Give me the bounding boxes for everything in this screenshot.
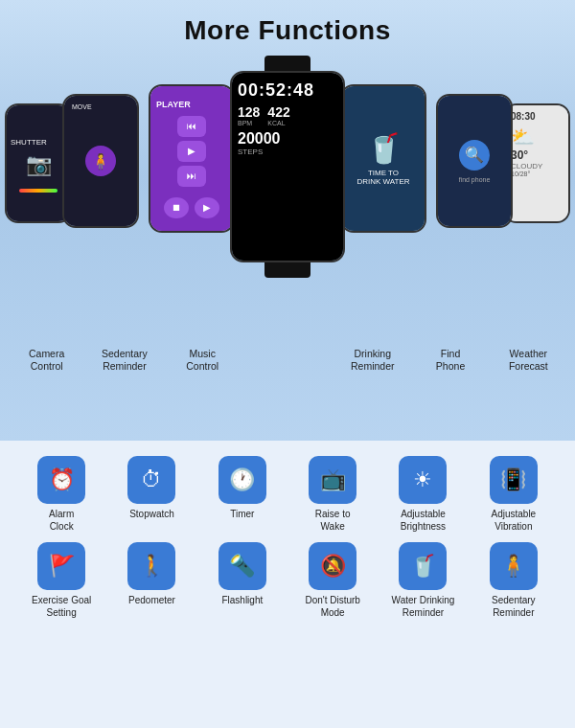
watch-body-main: 00:52:48 128 BPM 422 KCAL 20000 (230, 71, 345, 262)
disturb-label: Don't DisturbMode (305, 594, 360, 619)
watch-drink: 🥤 TIME TODRINK WATER (340, 84, 426, 233)
watch-body-find: 🔍 find phone (436, 94, 513, 228)
camera-bar (19, 189, 58, 193)
feature-raise: 📺 Raise toWake (290, 456, 375, 533)
timer-icon-box: 🕐 (218, 456, 266, 504)
feature-disturb: 🔕 Don't DisturbMode (290, 542, 375, 619)
label-weather: WeatherForecast (502, 348, 555, 374)
sedentary-icon: 🧍 (85, 146, 116, 176)
alarm-icon-box: ⏰ (37, 456, 85, 504)
weather-range: 10/28° (511, 171, 563, 177)
vibration-icon-box: 📳 (490, 456, 538, 504)
steps-unit: STEPS (238, 148, 337, 156)
watch-body-music: PLAYER ⏮ ▶ ⏭ ⏹ ▶ (149, 84, 235, 233)
screen-weather: 08:30 ⛅ 30° CLOUDY 10/28° (505, 105, 568, 221)
feature-flashlight: 🔦 Flashlight (200, 542, 285, 619)
stopwatch-label: Stopwatch (129, 508, 174, 520)
pedometer-icon: 🚶 (139, 554, 165, 579)
feature-alarm: ⏰ AlarmClock (19, 456, 104, 533)
drink-icon: 🥤 (366, 131, 402, 165)
move-label: MOVE (68, 100, 96, 110)
kcal-value: 422 (267, 104, 289, 120)
alarm-label: AlarmClock (49, 508, 74, 533)
feature-water: 🥤 Water DrinkingReminder (380, 542, 465, 619)
screen-sedentary: MOVE 🧍 (64, 96, 137, 226)
strap-bottom (264, 261, 310, 278)
watch-body-weather: 08:30 ⛅ 30° CLOUDY 10/28° (503, 103, 570, 223)
brightness-label: AdjustableBrightness (401, 508, 446, 533)
watch-stats: 128 BPM 422 KCAL (238, 104, 337, 126)
shutter-label: SHUTTER (7, 134, 51, 147)
water-icon-box: 🥤 (399, 542, 447, 590)
sedentary2-icon: 🧍 (500, 554, 526, 579)
water-icon: 🥤 (410, 554, 436, 579)
feature-pedometer: 🚶 Pedometer (109, 542, 194, 619)
vibration-label: AdjustableVibration (491, 508, 536, 533)
flashlight-label: Flashlight (221, 594, 263, 606)
weather-temp: 30° (511, 148, 563, 162)
music-controls: ⏮ ▶ ⏭ (156, 116, 227, 187)
next-btn: ⏭ (177, 166, 206, 187)
alarm-icon: ⏰ (49, 467, 75, 492)
steps-value: 20000 (238, 130, 337, 148)
bpm-unit: BPM (238, 120, 260, 126)
camera-icon: 📷 (26, 152, 52, 177)
bpm-value: 128 (238, 104, 260, 120)
sedentary2-label: SedentaryReminder (492, 594, 536, 619)
feature-exercise: 🚩 Exercise GoalSetting (19, 542, 104, 619)
kcal-unit: KCAL (267, 120, 289, 126)
label-music: MusicControl (176, 348, 229, 374)
stopwatch-icon: ⏱ (141, 467, 162, 492)
watch-time: 00:52:48 (238, 80, 337, 101)
watch-music: PLAYER ⏮ ▶ ⏭ ⏹ ▶ (149, 84, 235, 233)
weather-icon: ⛅ (511, 125, 563, 148)
screen-music: PLAYER ⏮ ▶ ⏭ ⏹ ▶ (150, 86, 233, 231)
raise-label: Raise toWake (315, 508, 351, 533)
feature-stopwatch: ⏱ Stopwatch (109, 456, 194, 533)
exercise-icon-box: 🚩 (37, 542, 85, 590)
kcal-stat: 422 KCAL (267, 104, 289, 126)
brightness-icon-box: ☀ (399, 456, 447, 504)
watch-sedentary: MOVE 🧍 (62, 94, 139, 228)
brightness-icon: ☀ (413, 467, 432, 492)
flashlight-icon-box: 🔦 (218, 542, 266, 590)
vibration-icon: 📳 (500, 467, 526, 492)
page-title: More Functions (184, 15, 390, 46)
flashlight-icon: 🔦 (229, 554, 255, 579)
timer-label: Timer (230, 508, 254, 520)
exercise-icon: 🚩 (49, 554, 75, 579)
sedentary2-icon-box: 🧍 (490, 542, 538, 590)
watches-area: SHUTTER 📷 MOVE 🧍 PLAYER (0, 56, 575, 381)
top-section: More Functions SHUTTER 📷 MOVE 🧍 (0, 0, 575, 441)
exercise-label: Exercise GoalSetting (32, 594, 91, 619)
watch-find: 🔍 find phone (436, 94, 513, 228)
play-btn: ▶ (177, 141, 206, 162)
pedometer-icon-box: 🚶 (127, 542, 175, 590)
screen-find: 🔍 find phone (438, 96, 511, 226)
watch-body-drink: 🥤 TIME TODRINK WATER (340, 84, 426, 233)
pedometer-label: Pedometer (128, 594, 175, 606)
raise-icon-box: 📺 (309, 456, 356, 504)
feature-timer: 🕐 Timer (200, 456, 285, 533)
label-camera: CameraControl (20, 348, 73, 374)
feature-sedentary2: 🧍 SedentaryReminder (472, 542, 556, 619)
timer-icon: 🕐 (229, 467, 255, 492)
disturb-icon-box: 🔕 (309, 542, 356, 590)
bottom-section: ⏰ AlarmClock ⏱ Stopwatch 🕐 Timer 📺 Raise… (0, 441, 575, 728)
weather-time: 08:30 (511, 111, 563, 122)
stop-btn: ⏹ (164, 197, 189, 218)
screen-drink: 🥤 TIME TODRINK WATER (342, 86, 425, 231)
find-label: find phone (459, 176, 491, 183)
features-grid: ⏰ AlarmClock ⏱ Stopwatch 🕐 Timer 📺 Raise… (19, 456, 556, 619)
screen-main: 00:52:48 128 BPM 422 KCAL 20000 (232, 73, 343, 261)
water-label: Water DrinkingReminder (392, 594, 455, 619)
feature-vibration: 📳 AdjustableVibration (472, 456, 556, 533)
player-label: PLAYER (156, 100, 191, 109)
watch-labels-row: CameraControl SedentaryReminder MusicCon… (0, 348, 575, 374)
disturb-icon: 🔕 (320, 554, 346, 579)
watch-body-sedentary: MOVE 🧍 (62, 94, 139, 228)
screen-camera: SHUTTER 📷 (7, 105, 70, 221)
raise-icon: 📺 (320, 467, 346, 492)
label-spacer (254, 348, 321, 374)
prev-btn: ⏮ (177, 116, 206, 137)
